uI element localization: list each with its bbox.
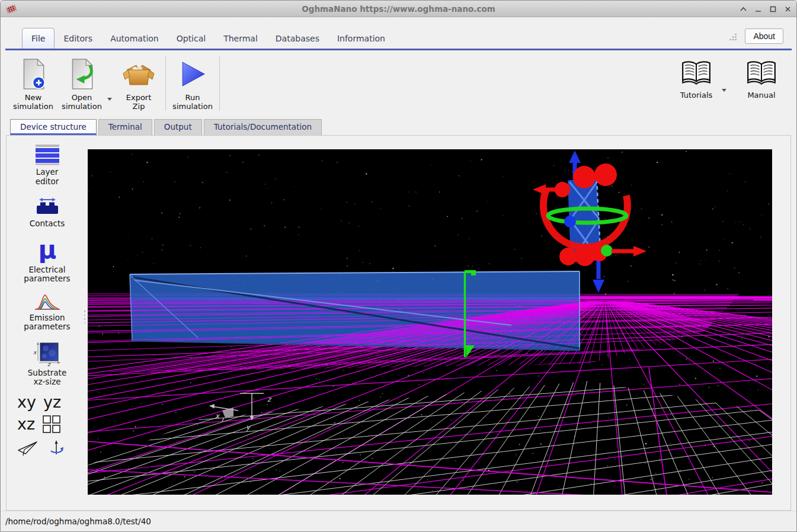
widget-blue-sphere: [564, 216, 576, 227]
tutorials-dropdown-arrow-icon[interactable]: [722, 89, 726, 92]
export-zip-button[interactable]: Export Zip: [114, 56, 163, 111]
3d-viewport[interactable]: z y x: [88, 149, 772, 495]
new-simulation-button[interactable]: New simulation: [9, 56, 57, 111]
new-simulation-icon: [20, 58, 47, 90]
widget-red-sphere: [559, 248, 577, 265]
page-tab-strip: Device structure Terminal Output Tutoria…: [1, 117, 796, 135]
window-title: OghmaNano https://www.oghma-nano.com: [1, 1, 796, 17]
about-button[interactable]: About: [745, 28, 783, 44]
sidebar-item-electrical-parameters[interactable]: μ Electrical parameters: [24, 236, 70, 284]
widget-red-sphere: [594, 164, 617, 186]
sidebar: Layer editor Contacts μ Electrical param…: [7, 136, 88, 510]
open-simulation-button[interactable]: Open simulation: [57, 56, 106, 111]
view-xz-button[interactable]: xz: [17, 415, 35, 433]
layer-editor-icon: [34, 144, 61, 165]
menu-tab-databases[interactable]: Databases: [267, 28, 328, 49]
tutorials-book-icon: [680, 58, 713, 88]
toolbar-separator: [219, 56, 220, 111]
toolbar: New simulation Open simulation: [1, 52, 796, 117]
title-bar: OghmaNano https://www.oghma-nano.com: [1, 1, 796, 17]
widget-red-sphere: [573, 166, 596, 188]
menu-tab-optical[interactable]: Optical: [168, 28, 215, 49]
widget-green-sphere: [601, 245, 613, 257]
electrical-parameters-icon: μ: [36, 236, 59, 263]
contacts-icon: [34, 197, 61, 217]
device-structure-page: Layer editor Contacts μ Electrical param…: [6, 135, 791, 511]
close-button[interactable]: [783, 5, 792, 13]
size-grip-icon: [729, 33, 737, 41]
emission-parameters-icon: [34, 292, 61, 311]
app-window: OghmaNano https://www.oghma-nano.com Fil…: [0, 0, 797, 532]
sidebar-splitter-handle[interactable]: [84, 310, 86, 323]
toolbar-separator: [165, 56, 166, 111]
tab-tutorials-documentation[interactable]: Tutorials/Documentation: [204, 119, 322, 135]
menu-tab-file[interactable]: File: [22, 28, 55, 49]
substrate-x-label: x: [33, 350, 37, 355]
manual-button[interactable]: Manual: [737, 56, 786, 100]
menu-tab-information[interactable]: Information: [328, 28, 394, 49]
mu-glyph: μ: [38, 236, 56, 263]
status-bar: /home/rod/oghma/oghma8.0/test/40: [1, 511, 796, 532]
manual-book-icon: [745, 58, 778, 88]
open-dropdown-arrow-icon[interactable]: [107, 98, 112, 101]
ray-trace-plane-button[interactable]: [17, 440, 39, 457]
run-simulation-button[interactable]: Run simulation: [168, 56, 217, 111]
tab-device-structure[interactable]: Device structure: [10, 119, 97, 135]
widget-red-sphere: [555, 182, 570, 197]
menu-tab-thermal[interactable]: Thermal: [215, 28, 267, 49]
view-xy-button[interactable]: xy: [17, 393, 36, 411]
current-path: /home/rod/oghma/oghma8.0/test/40: [5, 517, 151, 526]
sidebar-item-layer-editor[interactable]: Layer editor: [34, 144, 61, 186]
height-marker-top-step: [471, 273, 476, 275]
four-pane-grid-button[interactable]: [42, 415, 61, 434]
sidebar-item-contacts[interactable]: Contacts: [30, 197, 65, 229]
height-marker-top-bar: [465, 270, 476, 273]
maximize-button[interactable]: [769, 5, 777, 13]
view-yz-button[interactable]: yz: [43, 393, 61, 411]
run-simulation-icon: [179, 58, 206, 90]
menu-tab-automation[interactable]: Automation: [101, 28, 168, 49]
tab-output[interactable]: Output: [154, 119, 202, 135]
rotate-view-button[interactable]: [48, 440, 65, 457]
tutorials-button[interactable]: Tutorials: [672, 56, 721, 100]
sidebar-item-emission-parameters[interactable]: Emission parameters: [24, 292, 70, 332]
menu-tab-editors[interactable]: Editors: [55, 28, 101, 49]
substrate-z-label: z: [47, 361, 51, 366]
substrate-xz-size-icon: x z: [33, 341, 61, 366]
menu-bar: File Editors Automation Optical Thermal …: [1, 17, 796, 52]
shade-button[interactable]: [739, 5, 747, 13]
tab-terminal[interactable]: Terminal: [98, 119, 152, 135]
open-simulation-icon: [68, 58, 95, 90]
export-zip-icon: [122, 58, 155, 90]
sidebar-item-substrate-xz-size[interactable]: x z Substrate xz-size: [28, 341, 66, 387]
minimize-button[interactable]: [754, 5, 762, 13]
